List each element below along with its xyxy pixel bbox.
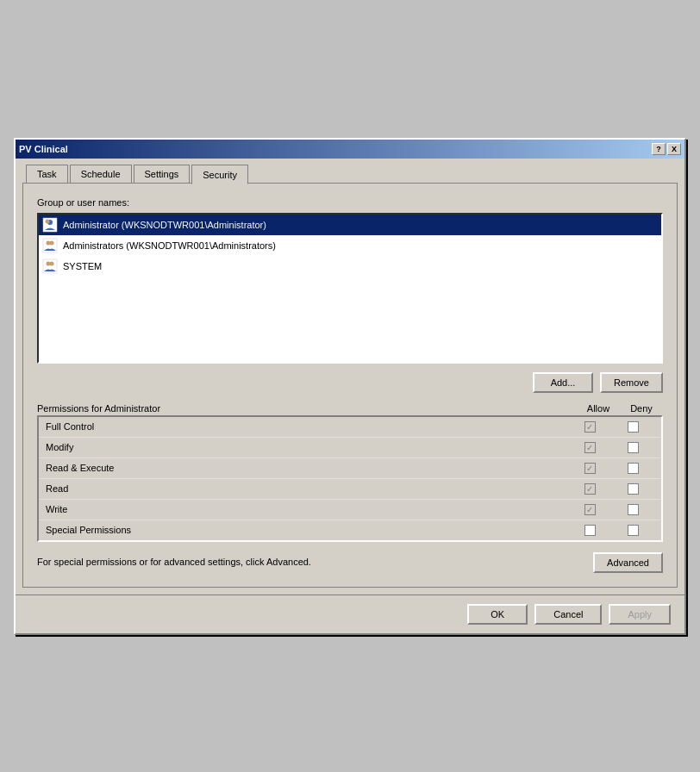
advanced-section: For special permissions or for advanced … [37,552,663,573]
perm-checkboxes-write: ✓ [568,504,654,515]
advanced-button[interactable]: Advanced [593,552,663,573]
tab-task[interactable]: Task [26,165,68,184]
permissions-table: Full Control ✓ Modify [37,415,663,542]
deny-checkbox-special[interactable] [611,525,654,536]
user-item-system[interactable]: SYSTEM [39,256,661,277]
perm-name-special: Special Permissions [46,525,568,535]
title-bar-buttons: ? X [652,143,681,155]
user-item-administrators[interactable]: Administrators (WKSNODTWR001\Administrat… [39,235,661,256]
group-users-label: Group or user names: [37,197,663,208]
help-button[interactable]: ? [652,143,666,155]
allow-checkbox-read-execute[interactable]: ✓ [568,463,611,474]
remove-button[interactable]: Remove [600,372,663,393]
permissions-title: Permissions for Administrator [37,403,577,414]
allow-checkbox-write[interactable]: ✓ [568,504,611,515]
user-icon-administrator [42,217,58,233]
title-bar: PV Clinical ? X [16,140,684,159]
tab-security[interactable]: Security [191,165,248,184]
window-title: PV Clinical [19,144,68,154]
deny-checkbox-full-control[interactable] [611,421,654,433]
perm-row-read-execute: Read & Execute ✓ [39,458,661,479]
bottom-bar: OK Cancel Apply [16,595,684,633]
permissions-header-row: Permissions for Administrator Allow Deny [37,403,663,414]
allow-checkbox-read[interactable]: ✓ [568,483,611,495]
deny-checkbox-modify[interactable] [611,442,654,453]
apply-button[interactable]: Apply [609,604,671,625]
user-item-administrator[interactable]: Administrator (WKSNODTWR001\Administrato… [39,215,661,235]
deny-checkbox-read[interactable] [611,483,654,495]
advanced-note: For special permissions or for advanced … [37,556,365,569]
deny-col-header: Deny [620,403,663,414]
dialog-content: Task Schedule Settings Security Group or… [16,159,684,595]
ok-button[interactable]: OK [467,604,528,625]
close-button[interactable]: X [667,143,681,155]
perm-row-modify: Modify ✓ [39,438,661,458]
security-tab-content: Group or user names: Administrator (WKSN… [22,183,678,588]
tab-schedule[interactable]: Schedule [70,165,132,184]
user-action-buttons: Add... Remove [37,372,663,393]
tab-bar: Task Schedule Settings Security [22,164,678,184]
svg-point-6 [50,240,54,245]
users-list[interactable]: Administrator (WKSNODTWR001\Administrato… [37,213,663,364]
dialog-window: PV Clinical ? X Task Schedule Settings S… [14,138,686,635]
user-icon-system [42,258,58,274]
perm-row-read: Read ✓ [39,479,661,500]
perm-name-full-control: Full Control [46,421,568,432]
perm-row-full-control: Full Control ✓ [39,417,661,438]
perm-name-write: Write [46,504,568,514]
add-button[interactable]: Add... [533,372,593,393]
user-icon-administrators [42,238,58,253]
perm-row-write: Write ✓ [39,500,661,520]
allow-col-header: Allow [577,403,620,414]
allow-checkbox-modify[interactable]: ✓ [568,442,611,453]
perm-checkboxes-special [568,525,654,536]
perm-checkboxes-full-control: ✓ [568,421,654,433]
allow-checkbox-full-control[interactable]: ✓ [568,421,611,433]
user-name-administrator: Administrator (WKSNODTWR001\Administrato… [63,220,266,230]
cancel-button[interactable]: Cancel [534,604,602,625]
svg-point-3 [47,220,49,222]
tab-settings[interactable]: Settings [134,165,191,184]
perm-checkboxes-read-execute: ✓ [568,463,654,474]
deny-checkbox-write[interactable] [611,504,654,515]
perm-checkboxes-read: ✓ [568,483,654,495]
perm-row-special: Special Permissions [39,520,661,540]
perm-checkboxes-modify: ✓ [568,442,654,453]
perm-name-read: Read [46,483,568,494]
user-name-administrators: Administrators (WKSNODTWR001\Administrat… [63,240,276,251]
perm-name-read-execute: Read & Execute [46,463,568,473]
svg-point-9 [50,261,54,265]
perm-name-modify: Modify [46,442,568,452]
allow-checkbox-special[interactable] [568,525,611,536]
deny-checkbox-read-execute[interactable] [611,463,654,474]
user-name-system: SYSTEM [63,261,102,271]
